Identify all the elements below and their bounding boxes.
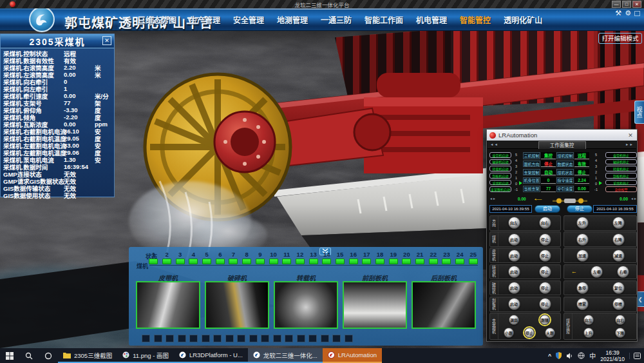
volume-icon[interactable]	[566, 350, 573, 362]
round-button-左牵[interactable]: 左牵	[591, 266, 603, 278]
network-globe-icon[interactable]	[578, 350, 585, 362]
hmi-button-皮带机停止[interactable]: 皮带机停止	[605, 152, 637, 158]
minimize-button[interactable]: —	[612, 1, 621, 8]
cortana-icon[interactable]	[39, 348, 58, 363]
camera-feed-前刮板机[interactable]	[343, 281, 407, 329]
round-button-启动[interactable]: 启动	[508, 250, 520, 262]
taskbar-item-LR3DPlatform - U...[interactable]: LR3DPlatform - U...	[174, 348, 248, 363]
round-button-停止[interactable]: 停止	[539, 298, 551, 310]
camera-feed-破碎机[interactable]	[205, 281, 269, 329]
nav-item-机电管理[interactable]: 机电管理	[416, 14, 447, 25]
pager-cell[interactable]	[166, 335, 174, 342]
support-status-13[interactable]: 13	[307, 250, 320, 271]
support-status-10[interactable]: 10	[267, 250, 280, 271]
taskbar-item-11.png - 画图[interactable]: 11.png - 画图	[117, 348, 174, 363]
taskbar-item-LRAutomation[interactable]: LRAutomation	[323, 348, 382, 363]
nav-item-透明化矿山[interactable]: 透明化矿山	[504, 14, 542, 25]
support-status-9[interactable]: 9	[254, 250, 267, 271]
pager-cell[interactable]	[297, 335, 305, 342]
round-button-右升[interactable]: 右升	[576, 233, 589, 246]
support-status-14[interactable]: 14	[320, 250, 334, 271]
round-button-小跟[interactable]: 小跟	[504, 328, 514, 338]
support-status-21[interactable]: 21	[413, 250, 427, 271]
tab-scroll-right-icon[interactable]: ►►	[625, 142, 634, 146]
round-button-大跟[interactable]: 大跟	[545, 328, 555, 338]
taskbar-clock[interactable]: 16:39 2021/4/10	[600, 349, 625, 362]
support-status-17[interactable]: 17	[360, 250, 374, 271]
round-button-停止[interactable]: 停止	[524, 328, 535, 338]
close-button[interactable]: ✕	[632, 1, 641, 8]
pager-cell[interactable]	[213, 335, 222, 342]
emergency-alarm-button[interactable]: 急停报警	[605, 186, 637, 192]
hmi-button-转载机启动[interactable]: 转载机启动	[489, 166, 511, 172]
camera-feed-皮带机[interactable]	[136, 281, 200, 329]
pager-cell[interactable]	[332, 335, 341, 342]
nav-item-一通三防[interactable]: 一通三防	[321, 14, 352, 25]
round-button-向右[interactable]: 向右	[539, 217, 551, 229]
tools-icon[interactable]: ⚒	[615, 9, 621, 17]
taskbar-item-龙软二三维一体化...[interactable]: 龙软二三维一体化...	[248, 348, 323, 363]
window-restore-icon[interactable]	[634, 11, 640, 16]
hmi-button-刮板机停止[interactable]: 刮板机停止	[605, 173, 637, 179]
round-button-复位[interactable]: 复位	[612, 282, 625, 294]
round-button-停喷[interactable]: 停喷	[612, 298, 625, 310]
round-button-左升[interactable]: 左升	[576, 217, 589, 229]
hmi-button-皮带机启动[interactable]: 皮带机启动	[489, 152, 511, 158]
round-button-向右[interactable]: 向右	[615, 315, 625, 325]
round-button-下降[interactable]: 下降	[615, 328, 625, 338]
support-status-15[interactable]: 15	[334, 250, 347, 271]
hmi-button-支架跟机启动[interactable]: 支架跟机启动	[489, 186, 511, 192]
support-status-22[interactable]: 22	[426, 250, 440, 271]
support-status-19[interactable]: 19	[386, 250, 400, 271]
lra-close-icon[interactable]: ✕	[627, 132, 634, 139]
support-status-25[interactable]: 25	[467, 250, 480, 271]
viewpoint-tab[interactable]: 视点	[634, 101, 644, 124]
pager-cell[interactable]	[308, 335, 317, 342]
nav-item-安全管理[interactable]: 安全管理	[233, 14, 264, 25]
ime-language-indicator[interactable]: 中	[589, 351, 596, 360]
support-status-6[interactable]: 6	[213, 250, 227, 271]
pager-cell[interactable]	[273, 335, 281, 342]
maximize-button[interactable]: □	[622, 1, 631, 8]
pager-cell[interactable]	[178, 335, 186, 342]
nav-item-智能管控[interactable]: 智能管控	[460, 14, 491, 25]
camera-feed-后刮板机[interactable]	[412, 281, 476, 329]
tab-scroll-left-icon[interactable]: ◄◄	[490, 142, 498, 146]
round-button-喷雾[interactable]: 喷雾	[576, 298, 589, 310]
start-action-button[interactable]: 启动	[535, 205, 560, 213]
pager-cell[interactable]	[237, 335, 245, 342]
stop-action-button[interactable]: 停止	[567, 205, 592, 213]
support-status-8[interactable]: 8	[240, 250, 254, 271]
pager-cell[interactable]	[142, 335, 150, 342]
hmi-button-破碎机启动[interactable]: 破碎机启动	[489, 159, 511, 165]
security-shield-icon[interactable]	[556, 350, 562, 362]
support-status-20[interactable]: 20	[400, 250, 413, 271]
support-status-7[interactable]: 7	[227, 250, 240, 271]
hidden-icons-chevron-icon[interactable]: ^	[548, 353, 551, 359]
round-button-停止[interactable]: 停止	[539, 233, 551, 246]
round-button-加速[interactable]: 加速	[576, 250, 589, 262]
camera-feed-转载机[interactable]	[274, 281, 338, 329]
round-button-启动[interactable]: 启动	[508, 233, 520, 246]
panel-close-icon[interactable]: ✕	[102, 36, 111, 45]
pager-cell[interactable]	[285, 335, 293, 342]
nav-item-地测管理[interactable]: 地测管理	[277, 14, 308, 25]
support-status-2[interactable]: 2	[160, 250, 174, 271]
round-button-向左[interactable]: 向左	[583, 315, 594, 325]
hmi-button-采煤机启动[interactable]: 采煤机启动	[489, 180, 511, 186]
support-status-16[interactable]: 16	[346, 250, 360, 271]
round-button-左降[interactable]: 左降	[612, 217, 625, 229]
hmi-button-采煤机停止[interactable]: 采煤机停止	[605, 180, 637, 186]
round-button-急停[interactable]: 急停	[576, 282, 589, 294]
round-button-停止[interactable]: 停止	[539, 266, 551, 278]
round-button-右降[interactable]: 右降	[612, 233, 625, 246]
pager-cell[interactable]	[321, 335, 329, 342]
lra-title-bar[interactable]: LRAutomation ✕	[487, 130, 637, 141]
pager-cell[interactable]	[189, 335, 198, 342]
round-button-减速[interactable]: 减速	[612, 250, 625, 262]
support-status-24[interactable]: 24	[453, 250, 467, 271]
round-button-启动[interactable]: 启动	[508, 266, 520, 278]
nav-item-三维态势图[interactable]: 三维态势图	[138, 14, 176, 25]
support-status-18[interactable]: 18	[374, 250, 387, 271]
support-status-3[interactable]: 3	[173, 250, 187, 271]
